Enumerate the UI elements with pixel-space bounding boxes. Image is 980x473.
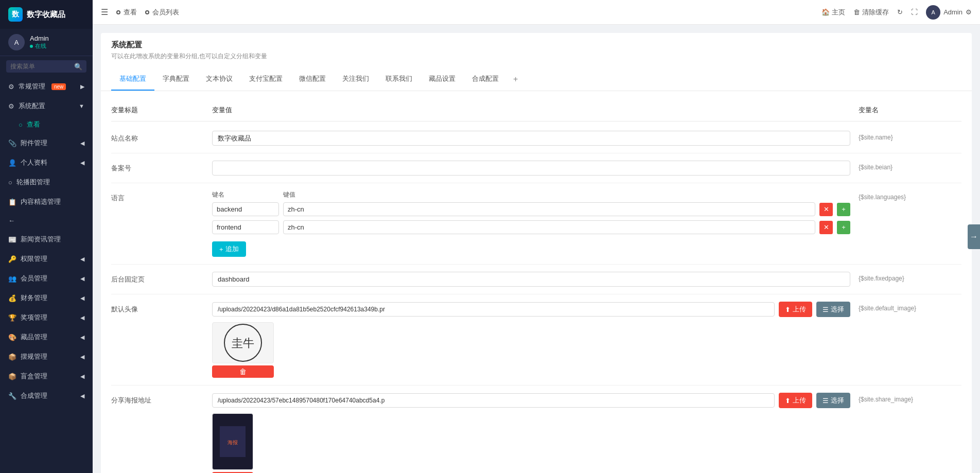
- sidebar-item-blindbox[interactable]: 📦 盲盒管理 ◀: [0, 366, 93, 386]
- topbar-refresh[interactable]: ↻: [897, 8, 903, 16]
- display-icon: 📦: [8, 353, 16, 361]
- sidebar-item-label: 系统配置: [19, 101, 45, 111]
- arrow-icon: ◀: [80, 373, 84, 380]
- upload-button-default-image[interactable]: ⬆ 上传: [779, 302, 812, 317]
- topbar-clear-cache[interactable]: 🗑 清除缓存: [853, 8, 889, 17]
- config-row-share-image: 分享海报地址 ⬆ 上传 ☰ 选择: [111, 386, 961, 473]
- lang-key-input-1[interactable]: [212, 220, 279, 234]
- attachment-icon: 📎: [8, 139, 16, 147]
- sidebar-item-label: 个人资料: [21, 158, 47, 167]
- tab-contact-us[interactable]: 联系我们: [377, 68, 421, 91]
- lang-delete-button-0[interactable]: ✕: [819, 203, 833, 216]
- arrow-icon: ◀: [80, 314, 84, 321]
- tab-collection-settings[interactable]: 藏品设置: [421, 68, 464, 91]
- sidebar-item-system-config[interactable]: ⚙ 系统配置 ▼: [0, 96, 93, 116]
- sidebar-item-display[interactable]: 📦 摆规管理 ◀: [0, 347, 93, 366]
- input-fixedpage[interactable]: [212, 272, 850, 287]
- admin-settings-icon[interactable]: ⚙: [966, 8, 972, 16]
- sidebar-item-general[interactable]: ⚙ 常规管理 new ▶: [0, 77, 93, 96]
- header-var-name: 变量名: [859, 106, 961, 115]
- poster-image: 海报: [215, 416, 251, 467]
- input-site-name[interactable]: [212, 131, 850, 146]
- arrow-icon: ◀: [80, 393, 84, 399]
- nav-dot-icon: [116, 10, 120, 14]
- sidebar-item-carousel[interactable]: ○ 轮播图管理: [0, 172, 93, 192]
- sidebar-item-awards[interactable]: 🏆 奖项管理 ◀: [0, 308, 93, 327]
- select-icon: ☰: [822, 397, 829, 405]
- topbar-nav-members[interactable]: 会员列表: [145, 8, 179, 17]
- value-default-image: ⬆ 上传 ☰ 选择 圭牛: [212, 302, 850, 378]
- sidebar-item-profile[interactable]: 👤 个人资料 ◀: [0, 153, 93, 172]
- topbar-home[interactable]: 🏠 主页: [821, 8, 845, 17]
- input-beian[interactable]: [212, 161, 850, 176]
- sidebar-item-attachment[interactable]: 📎 附件管理 ◀: [0, 133, 93, 153]
- append-icon: +: [219, 246, 223, 253]
- select-button-default-image[interactable]: ☰ 选择: [816, 302, 850, 317]
- tab-dictionary[interactable]: 字典配置: [154, 68, 198, 91]
- sidebar-user: A Admin 在线: [0, 29, 93, 56]
- header-var-title: 变量标题: [111, 106, 204, 115]
- sidebar-item-permissions[interactable]: 🔑 权限管理 ◀: [0, 249, 93, 269]
- lang-val-input-0[interactable]: [283, 202, 815, 216]
- sidebar-item-label: 会员管理: [21, 274, 47, 283]
- label-beian: 备案号: [111, 161, 204, 173]
- input-default-image[interactable]: [212, 302, 775, 317]
- tab-add-button[interactable]: +: [507, 68, 524, 90]
- sidebar-item-content[interactable]: 📋 内容精选管理: [0, 192, 93, 212]
- sidebar-menu: ⚙ 常规管理 new ▶ ⚙ 系统配置 ▼ ○ 查看 📎 附件管理 ◀ 👤 个人…: [0, 77, 93, 473]
- arrow-icon: ◀: [80, 334, 84, 341]
- sidebar-item-finance[interactable]: 💰 财务管理 ◀: [0, 288, 93, 308]
- home-label: 主页: [832, 8, 845, 17]
- value-beian: [212, 161, 850, 176]
- tab-basic[interactable]: 基础配置: [111, 68, 154, 91]
- var-share-image: {$site.share_image}: [859, 393, 961, 403]
- upload-row-default-image: ⬆ 上传 ☰ 选择: [212, 302, 850, 317]
- topbar-nav-view[interactable]: 查看: [116, 8, 137, 17]
- admin-label: Admin: [943, 8, 962, 16]
- topbar-expand[interactable]: ⛶: [911, 8, 918, 16]
- sidebar-item-collections[interactable]: 🎨 藏品管理 ◀: [0, 327, 93, 347]
- image-preview-share: 海报 🗑: [212, 413, 253, 473]
- tab-follow-us[interactable]: 关注我们: [334, 68, 377, 91]
- arrow-down-icon: ▼: [79, 103, 84, 109]
- upload-row-share-image: ⬆ 上传 ☰ 选择: [212, 393, 850, 408]
- tab-wechat[interactable]: 微信配置: [291, 68, 334, 91]
- lang-row-0: ✕ +: [212, 202, 850, 216]
- synthesis-icon: 🔧: [8, 392, 16, 400]
- lang-delete-button-1[interactable]: ✕: [819, 221, 833, 234]
- tab-synthesis-config[interactable]: 合成配置: [464, 68, 507, 91]
- profile-icon: 👤: [8, 159, 16, 167]
- user-info: Admin 在线: [30, 34, 49, 50]
- input-share-image[interactable]: [212, 393, 775, 408]
- app-title: 数字收藏品: [27, 10, 65, 20]
- lang-key-input-0[interactable]: [212, 202, 279, 216]
- sidebar-item-members[interactable]: 👥 会员管理 ◀: [0, 269, 93, 288]
- sidebar-item-news[interactable]: 📰 新闻资讯管理: [0, 230, 93, 249]
- config-row-default-image: 默认头像 ⬆ 上传 ☰ 选择: [111, 294, 961, 386]
- sidebar-item-view[interactable]: ○ 查看: [0, 116, 93, 133]
- tab-payment[interactable]: 支付宝配置: [241, 68, 291, 91]
- sidebar-item-back[interactable]: ←: [0, 212, 93, 230]
- select-button-share-image[interactable]: ☰ 选择: [816, 393, 850, 408]
- lang-headers: 键名 键值: [212, 190, 850, 199]
- hamburger-icon[interactable]: ☰: [101, 7, 108, 17]
- topbar: ☰ 查看 会员列表 🏠 主页 🗑 清除缓存: [93, 0, 980, 25]
- tab-text-agreement[interactable]: 文本协议: [198, 68, 241, 91]
- circle-logo-image: 圭牛: [222, 322, 264, 363]
- image-preview-default: 圭牛 🗑: [212, 322, 274, 378]
- lang-val-input-1[interactable]: [283, 220, 815, 234]
- page-header: 系统配置 可以在此增改系统的变量和分组,也可以自定义分组和变量: [101, 33, 972, 68]
- lang-add-button-0[interactable]: +: [837, 203, 850, 216]
- right-panel-toggle[interactable]: →: [968, 224, 980, 249]
- lang-add-button-1[interactable]: +: [837, 221, 850, 234]
- lang-append-button[interactable]: + 追加: [212, 241, 246, 257]
- arrow-icon: ◀: [80, 275, 84, 282]
- config-row-languages: 语言 键名 键值 ✕ +: [111, 183, 961, 265]
- upload-button-share-image[interactable]: ⬆ 上传: [779, 393, 812, 408]
- sidebar-item-label: 藏品管理: [21, 332, 47, 342]
- value-fixedpage: [212, 272, 850, 287]
- label-site-name: 站点名称: [111, 131, 204, 143]
- sidebar-item-synthesis[interactable]: 🔧 合成管理 ◀: [0, 386, 93, 406]
- expand-icon: ⛶: [911, 8, 918, 16]
- delete-default-image-button[interactable]: 🗑: [212, 365, 274, 378]
